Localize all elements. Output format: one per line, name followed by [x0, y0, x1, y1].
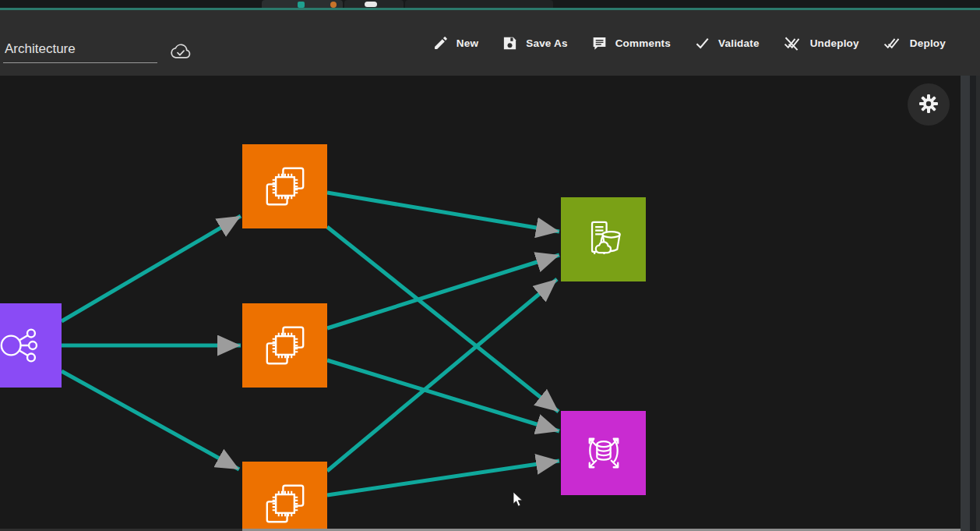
- app-window: New Save As: [0, 0, 980, 531]
- comments-button[interactable]: Comments: [590, 30, 672, 56]
- title-area: [3, 40, 192, 63]
- canvas-settings-button[interactable]: [908, 83, 950, 126]
- edge-load-balancer-compute-3[interactable]: [62, 371, 239, 469]
- double-check-icon: [883, 35, 902, 51]
- diagram-canvas[interactable]: [0, 76, 961, 529]
- validate-button-label: Validate: [718, 37, 760, 49]
- compute-chip-icon: [259, 478, 311, 529]
- vertical-scrollbar[interactable]: [961, 76, 980, 531]
- save-icon: [502, 35, 518, 51]
- edges-layer: [0, 76, 961, 529]
- double-check-slash-icon: [783, 35, 802, 51]
- load-balancer-icon: [0, 320, 45, 371]
- node-load-balancer[interactable]: [0, 303, 62, 388]
- storage-bucket-icon: [578, 214, 629, 265]
- toolbar-actions: New Save As: [431, 10, 947, 76]
- mouse-cursor: [513, 491, 523, 508]
- deploy-button[interactable]: Deploy: [881, 30, 947, 56]
- undeploy-button[interactable]: Undeploy: [781, 30, 861, 56]
- edge-compute-2-database[interactable]: [327, 360, 559, 431]
- save-as-button-label: Save As: [526, 37, 567, 49]
- edge-compute-1-storage[interactable]: [327, 193, 559, 232]
- edge-compute-3-database[interactable]: [327, 461, 559, 495]
- node-compute-2[interactable]: [242, 303, 327, 388]
- node-compute-3[interactable]: [242, 462, 327, 529]
- comments-button-label: Comments: [615, 37, 671, 49]
- save-as-button[interactable]: Save As: [500, 30, 569, 56]
- browser-tab[interactable]: [262, 0, 343, 8]
- diagram-title-input[interactable]: [3, 40, 157, 63]
- tab-icon: [365, 2, 377, 7]
- validate-button[interactable]: Validate: [693, 30, 761, 56]
- undeploy-button-label: Undeploy: [810, 37, 859, 49]
- app-favicon: [298, 2, 305, 8]
- browser-tab[interactable]: [344, 0, 404, 8]
- browser-tab-strip: [0, 0, 980, 8]
- node-compute-1[interactable]: [242, 144, 327, 228]
- node-storage[interactable]: [561, 197, 646, 281]
- node-database[interactable]: [561, 411, 646, 495]
- deploy-button-label: Deploy: [910, 37, 946, 49]
- edge-load-balancer-compute-1[interactable]: [62, 216, 241, 321]
- comment-icon: [591, 35, 608, 51]
- pencil-icon: [432, 35, 449, 51]
- browser-tab[interactable]: [405, 0, 553, 8]
- cloud-check-icon: [168, 41, 192, 62]
- compute-chip-icon: [259, 161, 311, 212]
- database-scale-icon: [578, 427, 629, 479]
- gear-icon: [918, 94, 939, 116]
- new-button[interactable]: New: [431, 30, 480, 56]
- new-button-label: New: [457, 37, 478, 49]
- edge-compute-3-storage[interactable]: [327, 279, 557, 471]
- check-icon: [694, 35, 710, 51]
- tab-icon: [330, 2, 337, 8]
- compute-chip-icon: [259, 320, 311, 371]
- toolbar-header: New Save As: [0, 10, 980, 76]
